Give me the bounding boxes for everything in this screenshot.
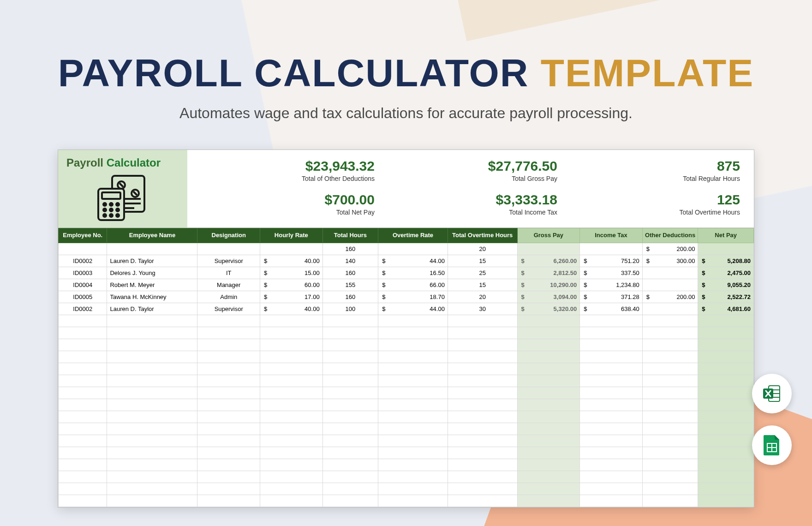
table-cell — [322, 315, 378, 327]
table-cell — [260, 459, 323, 471]
table-cell: 20 — [448, 291, 517, 303]
metric-label: Total Gross Pay — [384, 175, 557, 182]
table-cell — [322, 351, 378, 363]
table-cell — [197, 351, 260, 363]
table-cell — [197, 375, 260, 387]
table-cell — [642, 339, 698, 351]
table-cell — [322, 447, 378, 459]
table-cell — [698, 423, 754, 435]
table-cell — [642, 267, 698, 279]
excel-badge[interactable] — [752, 374, 792, 413]
table-cell — [378, 423, 448, 435]
excel-icon — [761, 383, 782, 404]
table-cell — [698, 243, 754, 255]
table-cell — [59, 411, 107, 423]
table-row — [59, 495, 754, 507]
table-cell: Lauren D. Taylor — [107, 303, 197, 315]
table-cell — [378, 399, 448, 411]
table-row — [59, 375, 754, 387]
metric-value: $3,333.18 — [384, 192, 557, 208]
metric-value: $23,943.32 — [201, 158, 375, 174]
table-cell: 751.20 — [580, 255, 643, 267]
table-cell: 25 — [448, 267, 517, 279]
table-cell: 16.50 — [378, 267, 448, 279]
table-cell — [448, 351, 517, 363]
table-cell — [378, 459, 448, 471]
table-cell — [197, 363, 260, 375]
table-cell — [322, 459, 378, 471]
table-cell — [642, 351, 698, 363]
table-cell — [698, 435, 754, 447]
table-cell: 20 — [448, 243, 517, 255]
table-cell: 200.00 — [642, 291, 698, 303]
table-cell — [260, 363, 323, 375]
table-cell — [642, 399, 698, 411]
table-cell — [642, 411, 698, 423]
table-cell — [698, 339, 754, 351]
headline-part2: TEMPLATE — [541, 51, 754, 95]
table-cell: 337.50 — [580, 267, 643, 279]
table-cell — [260, 483, 323, 495]
table-cell: 40.00 — [260, 255, 323, 267]
table-cell — [322, 387, 378, 399]
table-cell — [197, 411, 260, 423]
table-cell — [59, 363, 107, 375]
table-cell: 30 — [448, 303, 517, 315]
table-cell: 160 — [322, 243, 378, 255]
spreadsheet-preview: Payroll Calculator — [58, 149, 754, 508]
col-other-deductions: Other Deductions — [642, 228, 698, 243]
table-row — [59, 447, 754, 459]
svg-point-15 — [116, 209, 119, 211]
col-total-overtime-hours: Total Overtime Hours — [448, 228, 517, 243]
table-row: ID0004Robert M. MeyerManager60.0015566.0… — [59, 279, 754, 291]
table-cell — [322, 471, 378, 483]
table-cell — [448, 495, 517, 507]
table-cell: 371.28 — [580, 291, 643, 303]
table-cell: 15 — [448, 279, 517, 291]
table-cell — [260, 495, 323, 507]
sheets-icon — [763, 434, 781, 456]
table-cell: 60.00 — [260, 279, 323, 291]
table-cell — [378, 339, 448, 351]
table-cell — [448, 423, 517, 435]
table-cell — [580, 435, 643, 447]
svg-point-11 — [110, 203, 113, 206]
table-cell — [378, 447, 448, 459]
metric-other-deductions: $23,943.32 Total of Other Deductions — [201, 158, 375, 187]
table-cell — [698, 315, 754, 327]
table-cell — [260, 315, 323, 327]
svg-line-4 — [133, 191, 137, 195]
table-cell — [197, 459, 260, 471]
col-employee-name: Employee Name — [107, 228, 197, 243]
table-cell: ID0002 — [59, 303, 107, 315]
table-cell — [378, 351, 448, 363]
table-cell — [197, 423, 260, 435]
col-total-hours: Total Hours — [322, 228, 378, 243]
table-cell — [322, 339, 378, 351]
table-cell — [59, 243, 107, 255]
table-row — [59, 351, 754, 363]
table-cell — [107, 435, 197, 447]
table-cell — [517, 243, 580, 255]
table-cell — [642, 447, 698, 459]
sheets-badge[interactable] — [752, 425, 792, 465]
table-cell — [260, 447, 323, 459]
col-gross-pay: Gross Pay — [517, 228, 580, 243]
metric-value: 875 — [567, 158, 740, 174]
table-cell — [59, 351, 107, 363]
table-cell — [642, 279, 698, 291]
table-cell — [378, 363, 448, 375]
table-cell — [260, 339, 323, 351]
table-cell: 10,290.00 — [517, 279, 580, 291]
table-cell — [378, 471, 448, 483]
table-cell — [107, 483, 197, 495]
table-cell — [322, 399, 378, 411]
table-cell: 160 — [322, 267, 378, 279]
table-cell — [642, 423, 698, 435]
table-cell — [517, 315, 580, 327]
table-cell — [580, 387, 643, 399]
table-cell — [378, 483, 448, 495]
col-hourly-rate: Hourly Rate — [260, 228, 323, 243]
svg-point-17 — [110, 214, 113, 217]
col-income-tax: Income Tax — [580, 228, 643, 243]
